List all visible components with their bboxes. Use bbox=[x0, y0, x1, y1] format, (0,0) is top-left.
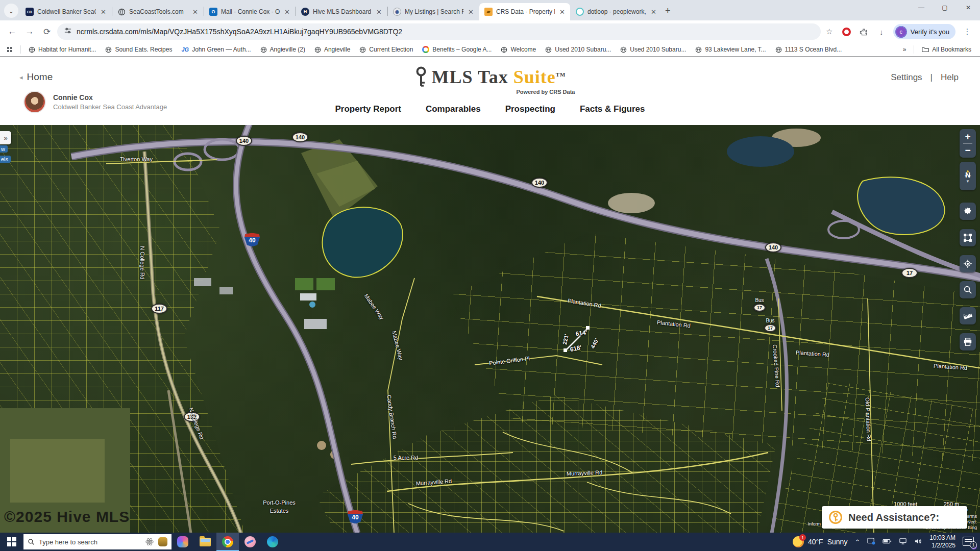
atom-icon bbox=[145, 537, 154, 546]
locate-button[interactable] bbox=[960, 255, 976, 272]
taskbar-clock[interactable]: 10:03 AM 1/2/2025 bbox=[929, 534, 955, 549]
print-button[interactable] bbox=[960, 333, 976, 350]
taskbar-chrome-icon[interactable]: c bbox=[216, 533, 239, 551]
bookmark-star-icon[interactable]: ☆ bbox=[824, 26, 835, 37]
bookmark-item[interactable]: Sound Eats. Recipes bbox=[102, 45, 176, 54]
notification-center-icon[interactable]: 1 bbox=[963, 537, 976, 547]
network-icon[interactable] bbox=[899, 538, 907, 546]
taskbar-edge-icon[interactable] bbox=[261, 533, 284, 551]
tab-title: dotloop - peoplework, not pap bbox=[587, 8, 646, 15]
settings-link[interactable]: Settings bbox=[891, 72, 922, 83]
tab-coldwell-banker[interactable]: CB Coldwell Banker SeaCoast Adva ✕ bbox=[20, 3, 111, 20]
download-icon[interactable]: ↓ bbox=[876, 26, 887, 37]
reload-button[interactable]: ⟳ bbox=[40, 24, 54, 39]
collapsed-panel-fragment[interactable]: els bbox=[0, 156, 11, 163]
zoom-in-button[interactable]: + bbox=[965, 131, 970, 142]
tab-close-icon[interactable]: ✕ bbox=[650, 8, 657, 16]
battery-icon[interactable] bbox=[883, 538, 892, 546]
tray-expand-chevron[interactable]: ⌃ bbox=[854, 538, 860, 546]
tab-hive-mls[interactable]: H Hive MLS Dashboard ✕ bbox=[296, 3, 387, 20]
taskbar-search[interactable]: Type here to search bbox=[23, 534, 172, 549]
bookmark-item[interactable]: Angieville bbox=[311, 45, 354, 54]
road-label: 5 Acre Rd bbox=[394, 455, 418, 461]
tray-app-icon[interactable] bbox=[867, 538, 875, 546]
start-button[interactable] bbox=[0, 533, 23, 551]
nav-facts-figures[interactable]: Facts & Figures bbox=[580, 104, 645, 114]
bookmark-item[interactable]: Used 2010 Subaru... bbox=[542, 45, 615, 54]
bookmark-label: Angieville bbox=[324, 46, 350, 53]
tab-search-button[interactable]: ⌄ bbox=[4, 4, 18, 18]
tab-close-icon[interactable]: ✕ bbox=[283, 8, 291, 16]
bookmark-item[interactable]: Benefits – Google A... bbox=[419, 45, 495, 54]
map-roads-layer bbox=[0, 125, 980, 533]
apps-grid-icon[interactable] bbox=[7, 47, 12, 52]
back-button[interactable]: ← bbox=[5, 24, 19, 39]
search-placeholder: Type here to search bbox=[39, 538, 141, 546]
volume-icon[interactable] bbox=[914, 538, 922, 546]
need-assistance-button[interactable]: Need Assistance?: bbox=[822, 506, 967, 529]
close-window-button[interactable]: ✕ bbox=[957, 0, 980, 15]
tab-close-icon[interactable]: ✕ bbox=[100, 8, 107, 16]
bookmark-item[interactable]: JGJohn Green — Auth... bbox=[178, 45, 254, 54]
minimize-button[interactable]: — bbox=[910, 0, 933, 15]
measure-tool-button[interactable] bbox=[960, 307, 976, 324]
help-link[interactable]: Help bbox=[941, 72, 959, 83]
new-tab-button[interactable]: + bbox=[665, 6, 671, 16]
nav-prospecting[interactable]: Prospecting bbox=[505, 104, 555, 114]
tab-seacoasttools[interactable]: SeaCoastTools.com ✕ bbox=[112, 3, 203, 20]
route-shield-117: 117 bbox=[151, 304, 167, 314]
route-shield-140: 140 bbox=[236, 136, 252, 146]
map-search-button[interactable] bbox=[960, 281, 976, 298]
selection-tool-button[interactable] bbox=[960, 229, 976, 246]
tab-close-icon[interactable]: ✕ bbox=[375, 8, 383, 16]
bookmark-item[interactable]: Welcome bbox=[497, 45, 540, 54]
bookmark-label: Welcome bbox=[510, 46, 536, 53]
bookmark-item[interactable]: Used 2010 Subaru... bbox=[617, 45, 690, 54]
tab-crs-data-active[interactable]: ▰ CRS Data - Property Map for ✕ bbox=[479, 3, 570, 20]
tab-close-icon[interactable]: ✕ bbox=[558, 8, 566, 16]
logo-tm: TM bbox=[556, 71, 566, 78]
place-label: Estates bbox=[270, 508, 289, 514]
site-settings-icon[interactable] bbox=[64, 27, 71, 36]
key-icon bbox=[414, 66, 428, 88]
dotloop-favicon bbox=[576, 8, 584, 16]
maximize-button[interactable]: ▢ bbox=[933, 0, 957, 15]
bookmark-item[interactable]: Habitat for Humanit... bbox=[25, 45, 100, 54]
taskbar-file-explorer-icon[interactable] bbox=[194, 533, 216, 551]
all-bookmarks-button[interactable]: All Bookmarks bbox=[918, 45, 975, 54]
forward-button[interactable]: → bbox=[22, 24, 37, 39]
tab-outlook[interactable]: O Mail - Connie Cox - Outlook ✕ bbox=[204, 3, 295, 20]
globe-favicon bbox=[117, 8, 126, 16]
bookmark-item[interactable]: 1113 S Ocean Blvd... bbox=[772, 45, 846, 54]
clock-date: 1/2/2025 bbox=[929, 542, 955, 549]
agent-name: Connie Cox bbox=[53, 93, 167, 102]
logo-suite: Suite bbox=[513, 67, 556, 87]
collapsed-panel-fragment[interactable]: w bbox=[0, 145, 8, 153]
taskbar-copilot-icon[interactable] bbox=[172, 533, 194, 551]
bookmarks-overflow-chevron[interactable]: » bbox=[899, 45, 910, 54]
tab-dotloop[interactable]: dotloop - peoplework, not pap ✕ bbox=[571, 3, 662, 20]
property-map[interactable]: 140 140 140 140 17 117 132 40 40 Bus17 B… bbox=[0, 125, 980, 533]
extension-icon[interactable] bbox=[841, 26, 852, 37]
zoom-out-button[interactable]: − bbox=[965, 145, 970, 156]
bookmark-label: 1113 S Ocean Blvd... bbox=[785, 46, 842, 53]
taskbar-snip-sketch-icon[interactable] bbox=[239, 533, 261, 551]
road-label: N College Rd bbox=[139, 246, 145, 279]
nav-comparables[interactable]: Comparables bbox=[426, 104, 481, 114]
tab-my-listings[interactable]: ◉ My Listings | Search Results | fle ✕ bbox=[388, 3, 479, 20]
verify-profile-chip[interactable]: c Verify it's you bbox=[893, 24, 955, 39]
browser-menu-icon[interactable]: ⋮ bbox=[962, 26, 973, 37]
extensions-puzzle-icon[interactable] bbox=[859, 26, 870, 37]
panel-expand-chevron[interactable]: » bbox=[0, 131, 11, 144]
tab-close-icon[interactable]: ✕ bbox=[467, 8, 475, 16]
nav-property-report[interactable]: Property Report bbox=[335, 104, 401, 114]
tab-close-icon[interactable]: ✕ bbox=[191, 8, 199, 16]
url-bar[interactable]: ncrmls.crsdata.com/mls/Map/VQzJHa5X175sh… bbox=[57, 23, 821, 40]
bookmark-item[interactable]: Current Election bbox=[356, 45, 416, 54]
map-settings-button[interactable] bbox=[960, 203, 976, 220]
bookmark-item[interactable]: 93 Lakeview Lane, T... bbox=[692, 45, 769, 54]
bookmark-label: Sound Eats. Recipes bbox=[115, 46, 172, 53]
taskbar-weather[interactable]: 1 40°F Sunny bbox=[793, 536, 847, 547]
bookmark-item[interactable]: Angieville (2) bbox=[257, 45, 309, 54]
compass-control[interactable]: ▲ ◄► N ▼ bbox=[960, 162, 976, 190]
